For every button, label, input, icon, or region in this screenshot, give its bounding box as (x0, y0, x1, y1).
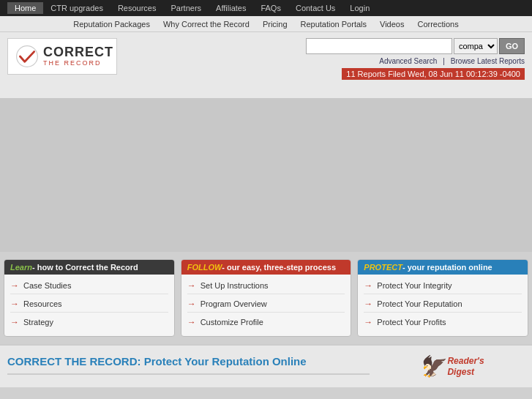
bottom-divider (7, 373, 370, 375)
protect-card: PROTECT - your reputation online → Prote… (357, 259, 528, 337)
cards-section: Learn - how to Correct the Record → Case… (0, 252, 532, 344)
header: CORRECT THE RECORD compa GO Advanced Sea… (0, 32, 532, 98)
arrow-icon-2: → (10, 317, 19, 327)
learn-item-label-2: Strategy (23, 318, 53, 327)
learn-item-label-1: Resources (23, 299, 62, 308)
sec-nav-corrections[interactable]: Corrections (417, 20, 458, 29)
learn-item-2[interactable]: → Strategy (10, 317, 168, 330)
arrow-icon-f2: → (187, 317, 196, 327)
protect-item-1[interactable]: → Protect Your Reputation (364, 299, 522, 313)
protect-card-body: → Protect Your Integrity → Protect Your … (358, 275, 528, 336)
nav-home[interactable]: Home (7, 2, 43, 14)
nav-faqs[interactable]: FAQs (253, 4, 288, 12)
logo-correct: CORRECT (43, 45, 113, 60)
sec-nav-reputation-portals[interactable]: Reputation Portals (301, 20, 367, 29)
learn-card: Learn - how to Correct the Record → Case… (4, 259, 175, 337)
protect-item-label-0: Protect Your Integrity (377, 281, 452, 290)
sec-nav-why-correct[interactable]: Why Correct the Record (163, 20, 250, 29)
learn-item-0[interactable]: → Case Studies (10, 280, 168, 294)
arrow-icon-f1: → (187, 299, 196, 309)
nav-ctr-upgrades[interactable]: CTR upgrades (43, 4, 110, 12)
learn-card-header: Learn - how to Correct the Record (4, 260, 174, 275)
bird-icon: 🦅 (419, 354, 444, 379)
bottom-title: CORRECT THE RECORD: Protect Your Reputat… (7, 354, 370, 369)
checkmark-icon (15, 45, 39, 68)
bottom-right: 🦅 Reader'sDigest (378, 354, 525, 379)
follow-card-body: → Set Up Instructions → Program Overview… (181, 275, 351, 336)
nav-resources[interactable]: Resources (110, 4, 164, 12)
search-links: Advanced Search | Browse Latest Reports (379, 57, 525, 65)
arrow-icon-p2: → (364, 317, 372, 327)
search-row: compa GO (306, 38, 525, 54)
bottom-left: CORRECT THE RECORD: Protect Your Reputat… (7, 354, 370, 379)
readers-digest-logo: 🦅 Reader'sDigest (419, 354, 484, 379)
follow-keyword: FOLLOW (187, 263, 222, 272)
banner-area (0, 98, 532, 252)
go-button[interactable]: GO (499, 38, 525, 54)
advanced-search-link[interactable]: Advanced Search (379, 57, 437, 65)
learn-card-body: → Case Studies → Resources → Strategy (4, 275, 174, 336)
sec-nav-pricing[interactable]: Pricing (263, 20, 288, 29)
learn-header-rest: - how to Correct the Record (32, 263, 138, 272)
search-input[interactable] (306, 38, 452, 54)
arrow-icon-0: → (10, 280, 19, 291)
sec-nav-reputation-packages[interactable]: Reputation Packages (73, 20, 150, 29)
follow-item-0[interactable]: → Set Up Instructions (187, 280, 345, 294)
protect-item-0[interactable]: → Protect Your Integrity (364, 280, 522, 294)
follow-header-rest: - our easy, three-step process (222, 263, 336, 272)
learn-item-label-0: Case Studies (23, 281, 71, 290)
logo-the-record: THE RECORD (43, 60, 113, 67)
bottom-section: CORRECT THE RECORD: Protect Your Reputat… (0, 344, 532, 387)
secondary-navigation: Reputation Packages Why Correct the Reco… (0, 16, 532, 32)
logo-text: CORRECT THE RECORD (43, 45, 113, 67)
readers-digest-label: Reader'sDigest (447, 356, 484, 377)
follow-item-label-0: Set Up Instructions (201, 281, 269, 290)
search-area: compa GO Advanced Search | Browse Latest… (306, 38, 525, 80)
arrow-icon-p0: → (364, 280, 372, 291)
browse-latest-link[interactable]: Browse Latest Reports (451, 57, 525, 65)
search-type-select[interactable]: compa (454, 38, 498, 54)
follow-item-label-2: Customize Profile (201, 318, 263, 327)
follow-card: FOLLOW - our easy, three-step process → … (181, 259, 352, 337)
follow-item-1[interactable]: → Program Overview (187, 299, 345, 313)
follow-item-2[interactable]: → Customize Profile (187, 317, 345, 330)
arrow-icon-f0: → (187, 280, 196, 291)
protect-item-2[interactable]: → Protect Your Profits (364, 317, 522, 330)
nav-contact-us[interactable]: Contact Us (288, 4, 342, 12)
logo-box: CORRECT THE RECORD (7, 38, 117, 75)
protect-keyword: PROTECT (364, 263, 402, 272)
learn-keyword: Learn (10, 263, 32, 272)
follow-item-label-1: Program Overview (201, 299, 267, 308)
arrow-icon-1: → (10, 299, 19, 309)
nav-partners[interactable]: Partners (163, 4, 209, 12)
pipe-divider: | (443, 57, 445, 65)
logo-area: CORRECT THE RECORD (7, 38, 124, 75)
protect-header-rest: - your reputation online (402, 263, 492, 272)
sec-nav-videos[interactable]: Videos (380, 20, 404, 29)
protect-card-header: PROTECT - your reputation online (358, 260, 528, 275)
nav-login[interactable]: Login (342, 4, 377, 12)
arrow-icon-p1: → (364, 299, 372, 309)
protect-item-label-2: Protect Your Profits (377, 318, 446, 327)
top-navigation: Home CTR upgrades Resources Partners Aff… (0, 0, 532, 16)
protect-item-label-1: Protect Your Reputation (377, 299, 462, 308)
nav-affiliates[interactable]: Affiliates (209, 4, 253, 12)
reports-bar: 11 Reports Filed Wed, 08 Jun 11 00:12:39… (342, 68, 525, 80)
learn-item-1[interactable]: → Resources (10, 299, 168, 313)
follow-card-header: FOLLOW - our easy, three-step process (181, 260, 351, 275)
